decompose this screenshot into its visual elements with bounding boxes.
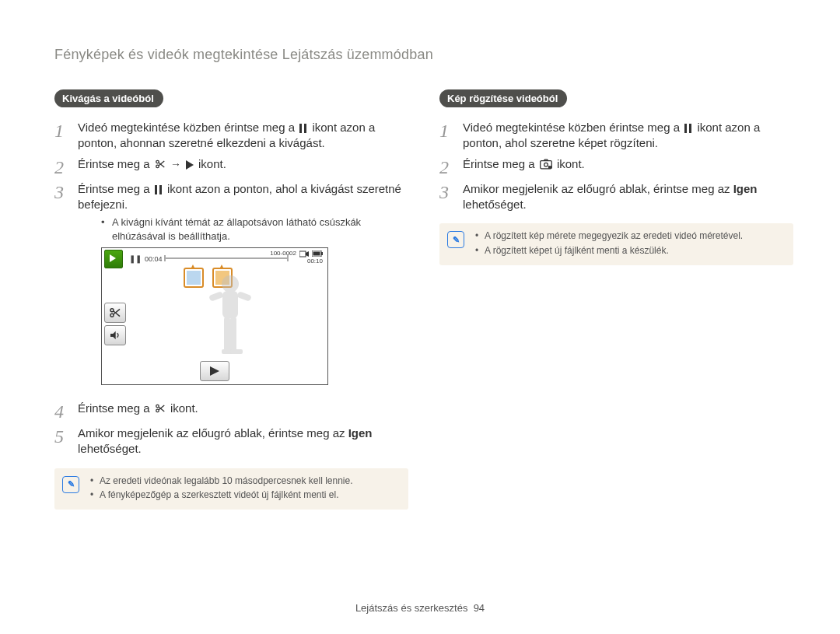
svg-marker-6 <box>186 160 194 170</box>
pause-icon: ❚❚ <box>129 254 142 264</box>
step-3: Amikor megjelenik az előugró ablak, érin… <box>463 181 793 213</box>
svg-rect-12 <box>313 252 320 256</box>
step-1: Videó megtekintése közben érintse meg a … <box>78 120 408 152</box>
svg-point-29 <box>156 409 159 412</box>
svg-rect-33 <box>689 124 691 133</box>
step-5: Amikor megjelenik az előugró ablak, érin… <box>78 426 408 457</box>
svg-marker-10 <box>306 251 309 257</box>
svg-rect-0 <box>299 124 302 133</box>
svg-rect-8 <box>159 185 162 194</box>
left-steps: 1 Videó megtekintése közben érintse meg … <box>54 120 408 457</box>
svg-rect-1 <box>304 124 306 133</box>
svg-point-2 <box>156 160 159 163</box>
battery-icon <box>312 250 323 257</box>
play-button[interactable] <box>200 361 229 381</box>
note-icon: ✎ <box>447 231 464 248</box>
step-number: 4 <box>54 402 68 421</box>
left-column: Kivágás a videóból 1 Videó megtekintése … <box>54 89 408 510</box>
timestamp-elapsed: 00:04 <box>145 254 163 264</box>
footer: Lejátszás és szerkesztés 94 <box>0 602 840 614</box>
step-2: Érintse meg a ikont. <box>463 156 793 177</box>
section-title: Fényképek és videók megtekintése Lejátsz… <box>54 47 793 63</box>
file-id: 100-0002 <box>270 250 296 258</box>
svg-point-3 <box>156 165 159 168</box>
scissors-icon <box>155 403 166 414</box>
step-3-note: A kivágni kívánt témát az állapotsávon l… <box>101 215 408 243</box>
camera-mini-icon <box>299 250 309 257</box>
step-number: 2 <box>54 158 68 177</box>
svg-rect-21 <box>230 349 243 354</box>
step-number: 3 <box>54 183 68 397</box>
svg-rect-16 <box>208 291 224 302</box>
svg-rect-18 <box>224 317 230 352</box>
figure-play-button[interactable] <box>104 250 123 268</box>
pause-icon <box>684 124 692 133</box>
svg-rect-32 <box>684 124 687 133</box>
svg-rect-9 <box>299 251 306 257</box>
step-number: 1 <box>439 121 453 152</box>
svg-point-35 <box>544 163 548 166</box>
svg-point-23 <box>110 313 114 317</box>
scissors-button[interactable] <box>104 303 126 323</box>
manual-page: Fényképek és videók megtekintése Lejátsz… <box>0 0 840 634</box>
video-trim-figure: ❚❚ 00:04 100-0002 00:10 <box>101 247 328 385</box>
pause-icon <box>155 185 163 194</box>
person-silhouette <box>187 271 273 369</box>
columns: Kivágás a videóból 1 Videó megtekintése … <box>54 89 793 510</box>
svg-rect-17 <box>236 291 252 302</box>
scissors-icon <box>155 159 166 170</box>
pause-icon <box>299 124 307 133</box>
capture-frame-icon <box>540 159 552 170</box>
note-right: ✎ A rögzített kép mérete megegyezik az e… <box>439 223 793 265</box>
svg-marker-26 <box>110 331 116 340</box>
tag-capture: Kép rögzítése videóból <box>439 89 567 107</box>
svg-point-28 <box>156 405 159 408</box>
svg-point-22 <box>110 309 114 312</box>
right-column: Kép rögzítése videóból 1 Videó megtekint… <box>439 89 793 510</box>
volume-button[interactable] <box>104 325 126 345</box>
svg-marker-27 <box>210 366 219 376</box>
step-number: 2 <box>439 158 453 177</box>
step-1: Videó megtekintése közben érintse meg a … <box>463 120 793 152</box>
step-number: 1 <box>54 121 68 152</box>
step-number: 5 <box>54 427 68 457</box>
right-steps: 1 Videó megtekintése közben érintse meg … <box>439 120 793 212</box>
svg-rect-13 <box>321 252 323 255</box>
svg-rect-7 <box>155 185 157 194</box>
note-left: ✎ Az eredeti videónak legalább 10 másodp… <box>54 468 408 510</box>
svg-rect-19 <box>230 317 236 352</box>
svg-point-14 <box>222 275 239 292</box>
svg-marker-37 <box>549 166 551 168</box>
step-number: 3 <box>439 183 453 213</box>
tag-trim: Kivágás a videóból <box>54 89 163 107</box>
step-4: Érintse meg a ikont. <box>78 401 408 421</box>
step-2: Érintse meg a → ikont. <box>78 156 408 177</box>
step-3: Érintse meg a ikont azon a ponton, ahol … <box>78 181 408 397</box>
svg-rect-15 <box>222 291 238 318</box>
note-icon: ✎ <box>62 476 79 493</box>
timestamp-total: 00:10 <box>307 257 323 266</box>
play-icon <box>186 160 194 170</box>
